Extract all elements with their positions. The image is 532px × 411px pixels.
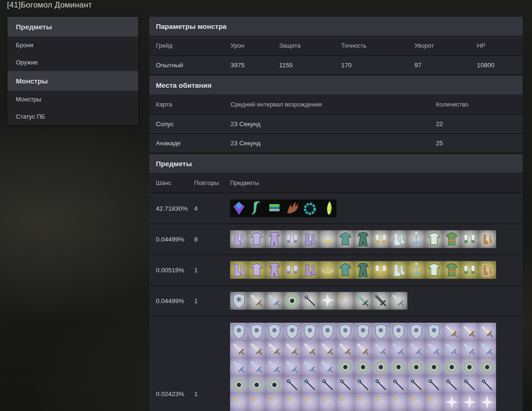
blue-sword-icon[interactable] xyxy=(266,292,283,310)
blue-sword-icon[interactable] xyxy=(407,340,425,358)
green-chakram-icon[interactable] xyxy=(461,358,478,376)
brown-claw-icon[interactable] xyxy=(283,199,301,217)
white-gloves-icon[interactable] xyxy=(372,230,390,248)
blue-sword-icon[interactable] xyxy=(319,358,336,376)
teal-wand-icon[interactable] xyxy=(425,376,443,394)
blue-staff-icon[interactable] xyxy=(407,261,425,279)
teal-wand-icon[interactable] xyxy=(336,376,354,394)
blue-sword-icon[interactable] xyxy=(425,340,443,358)
teal-wand-icon[interactable] xyxy=(461,376,478,394)
green-chakram-icon[interactable] xyxy=(478,358,496,376)
blue-sword-icon[interactable] xyxy=(372,340,390,358)
sidebar-item-weapons[interactable]: Оружие xyxy=(7,54,138,71)
purple-boots2-icon[interactable] xyxy=(301,261,319,279)
silver-sword-icon[interactable] xyxy=(354,340,372,358)
teal-wand-icon[interactable] xyxy=(354,376,372,394)
gold-spear-icon[interactable] xyxy=(390,394,407,411)
curved-sword-icon[interactable] xyxy=(390,292,407,310)
silver-shield-icon[interactable] xyxy=(283,323,301,340)
green-chakram-icon[interactable] xyxy=(336,358,354,376)
silver-sword-icon[interactable] xyxy=(230,340,248,358)
silver-sword-icon[interactable] xyxy=(301,340,319,358)
sidebar-item-pb-status[interactable]: Статус ПБ xyxy=(7,108,138,125)
blue-sword-icon[interactable] xyxy=(478,340,496,358)
gold-spear-icon[interactable] xyxy=(354,394,372,411)
silver-sword-icon[interactable] xyxy=(336,340,354,358)
silver-shield-icon[interactable] xyxy=(372,323,390,340)
green-chakram-icon[interactable] xyxy=(425,358,443,376)
green-chakram-icon[interactable] xyxy=(443,358,461,376)
teal-chest-icon[interactable] xyxy=(336,230,354,248)
blue-sword-icon[interactable] xyxy=(443,340,461,358)
white-gloves-icon[interactable] xyxy=(372,261,390,279)
teal-scroll-icon[interactable] xyxy=(248,199,266,217)
purple-boots2-icon[interactable] xyxy=(301,230,319,248)
teal-wand-icon[interactable] xyxy=(372,376,390,394)
blue-sword-icon[interactable] xyxy=(461,340,478,358)
green-gloves-icon[interactable] xyxy=(461,261,478,279)
teal-sword-icon[interactable] xyxy=(354,292,372,310)
white-star-icon[interactable] xyxy=(443,394,461,411)
sidebar-item-monsters[interactable]: Монстры xyxy=(7,91,138,108)
teal-wand-icon[interactable] xyxy=(283,376,301,394)
blue-staff-icon[interactable] xyxy=(407,230,425,248)
green-chakram-icon[interactable] xyxy=(407,358,425,376)
white-star-icon[interactable] xyxy=(478,394,496,411)
silver-shield-icon[interactable] xyxy=(354,323,372,340)
gold-spear-icon[interactable] xyxy=(248,394,266,411)
teal-wand-icon[interactable] xyxy=(390,376,407,394)
silver-shield-icon[interactable] xyxy=(336,323,354,340)
purple-boots-icon[interactable] xyxy=(230,230,248,248)
purple-boots-icon[interactable] xyxy=(230,261,248,279)
sidebar-item-armor[interactable]: Броня xyxy=(7,36,138,54)
teal-hoop-icon[interactable] xyxy=(301,199,319,217)
teal-armor-icon[interactable] xyxy=(354,230,372,248)
silver-sword-icon[interactable] xyxy=(478,323,496,340)
silver-shield-icon[interactable] xyxy=(230,292,248,310)
purple-chest-icon[interactable] xyxy=(248,230,266,248)
gold-spear-icon[interactable] xyxy=(319,394,336,411)
gold-spear-icon[interactable] xyxy=(266,394,283,411)
silver-sword-icon[interactable] xyxy=(266,340,283,358)
blue-sword-icon[interactable] xyxy=(248,358,266,376)
purple-chest-icon[interactable] xyxy=(248,261,266,279)
green-chest-icon[interactable] xyxy=(425,261,443,279)
silver-sword-icon[interactable] xyxy=(443,323,461,340)
silver-shield-icon[interactable] xyxy=(266,323,283,340)
silver-sword-icon[interactable] xyxy=(461,323,478,340)
green-chakram-icon[interactable] xyxy=(372,358,390,376)
dark-blade-icon[interactable] xyxy=(372,292,390,310)
teal-wand-icon[interactable] xyxy=(407,376,425,394)
teal-wand-icon[interactable] xyxy=(301,292,319,310)
silver-shield-icon[interactable] xyxy=(248,323,266,340)
gold-spear-icon[interactable] xyxy=(336,292,354,310)
gold-spear-icon[interactable] xyxy=(301,394,319,411)
green-chakram-icon[interactable] xyxy=(354,358,372,376)
blue-sword-icon[interactable] xyxy=(266,358,283,376)
teal-wand-icon[interactable] xyxy=(478,376,496,394)
green-chakram-icon[interactable] xyxy=(266,376,283,394)
white-boots-icon[interactable] xyxy=(390,230,407,248)
teal-wand-icon[interactable] xyxy=(301,376,319,394)
teal-chest-icon[interactable] xyxy=(336,261,354,279)
silver-shield-icon[interactable] xyxy=(407,323,425,340)
blue-sword-icon[interactable] xyxy=(283,358,301,376)
brown-boots-icon[interactable] xyxy=(478,261,496,279)
purple-armor-icon[interactable] xyxy=(266,261,283,279)
green-chakram-icon[interactable] xyxy=(390,358,407,376)
blue-sword-icon[interactable] xyxy=(230,358,248,376)
white-star-icon[interactable] xyxy=(319,292,336,310)
silver-sword-icon[interactable] xyxy=(283,340,301,358)
blue-sword-icon[interactable] xyxy=(301,358,319,376)
silver-shield-icon[interactable] xyxy=(425,323,443,340)
silver-sword-icon[interactable] xyxy=(248,340,266,358)
gold-spear-icon[interactable] xyxy=(407,394,425,411)
gold-spear-icon[interactable] xyxy=(230,394,248,411)
teal-armor-icon[interactable] xyxy=(354,261,372,279)
purple-armor-icon[interactable] xyxy=(266,230,283,248)
green-tunic-icon[interactable] xyxy=(443,261,461,279)
green-gloves-icon[interactable] xyxy=(461,230,478,248)
silver-sword-icon[interactable] xyxy=(319,340,336,358)
green-chakram-icon[interactable] xyxy=(230,376,248,394)
pale-gloves-icon[interactable] xyxy=(283,261,301,279)
